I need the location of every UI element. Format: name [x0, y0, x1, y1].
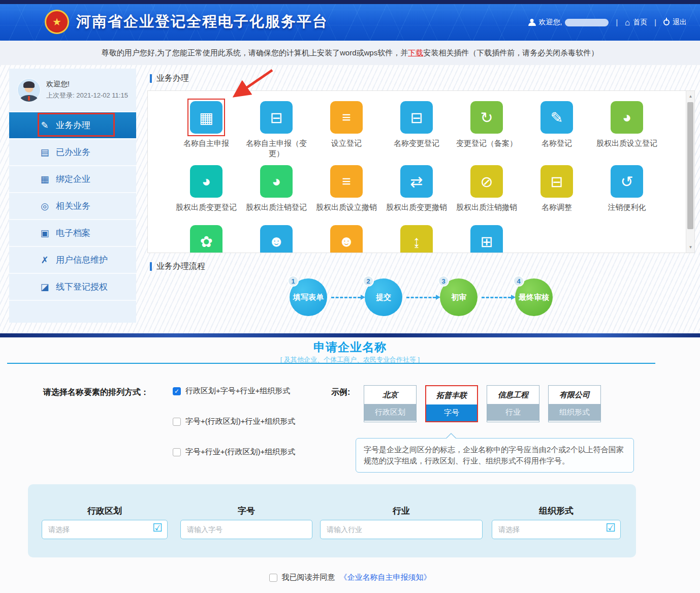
avatar — [17, 78, 41, 102]
home-icon[interactable]: ⌂ — [625, 18, 630, 27]
flow-arrow-icon — [482, 297, 511, 298]
field-header-industry: 行业 — [351, 505, 452, 517]
section-bar — [150, 74, 152, 83]
checkbox-unchecked[interactable] — [173, 448, 181, 456]
ban-icon[interactable]: ⊘ — [470, 165, 503, 198]
scroll-up-icon[interactable]: ▲ — [686, 92, 695, 101]
tile-equity-pledge-cancellation[interactable]: ◕ 股权出质注销登记 — [241, 165, 311, 212]
welcome-text: 欢迎您, — [539, 18, 562, 27]
tile-equity-pledge-establishment[interactable]: ◕ 股权出质设立登记 — [592, 101, 662, 159]
header-user-area: 欢迎您, | ⌂ 首页 | 退出 — [528, 4, 687, 41]
tile-equity-pledge-change-revoke[interactable]: ⇄ 股权出质变更撤销 — [381, 165, 452, 212]
sidebar-item-label: 已办业务 — [56, 146, 90, 158]
compress-arrows-icon[interactable]: ↨ — [400, 225, 433, 253]
region-select-input[interactable] — [42, 520, 168, 539]
tile-clipped-doc-add[interactable]: ⊞ — [452, 225, 522, 253]
separator: | — [654, 18, 656, 26]
tile-name-change-registration[interactable]: ⊟ 名称变更登记 — [381, 101, 452, 159]
industry-input[interactable] — [320, 520, 483, 539]
checkbox-unchecked[interactable] — [173, 418, 181, 426]
home-link[interactable]: 首页 — [633, 18, 647, 27]
scrollbar-thumb[interactable] — [687, 102, 693, 229]
flower-icon[interactable]: ✿ — [190, 225, 222, 253]
step-number: 2 — [363, 275, 374, 287]
example-tile-industry: 信息工程 行业 — [487, 385, 539, 422]
recycle-loop-icon[interactable]: ↺ — [611, 165, 643, 198]
option-tradename-industry-region-orgform[interactable]: 字号+行业+(行政区划)+组织形式 — [173, 447, 295, 457]
region-picker-icon[interactable]: ☑ — [152, 522, 163, 534]
sidebar-item-related-business[interactable]: ◎ 相关业务 — [9, 193, 136, 220]
notice-text-suffix: 安装相关插件（下载插件前，请务必关闭杀毒软件） — [423, 48, 598, 58]
tile-cancellation-facilitation[interactable]: ↺ 注销便利化 — [592, 165, 662, 212]
clipboard-sliders-icon[interactable]: ⊟ — [540, 165, 573, 198]
tile-equity-pledge-cancellation-revoke[interactable]: ⊘ 股权出质注销撤销 — [452, 165, 522, 212]
section-header-process: 业务办理流程 — [150, 261, 205, 272]
tile-equity-pledge-change[interactable]: ◕ 股权出质变更登记 — [171, 165, 241, 212]
doc-search-icon: ◎ — [40, 201, 50, 212]
pie-chart-icon[interactable]: ◕ — [611, 101, 643, 134]
step-initial-review: 3 初审 — [440, 278, 478, 316]
option-tradename-region-industry-orgform[interactable]: 字号+(行政区划)+行业+组织形式 — [173, 417, 295, 426]
tile-name-adjustment[interactable]: ⊟ 名称调整 — [522, 165, 592, 212]
sidebar-item-offline-registration-authorization[interactable]: ◪ 线下登记授权 — [9, 274, 136, 301]
orgform-select-input[interactable] — [492, 520, 621, 539]
agreement-link[interactable]: 《企业名称自主申报须知》 — [340, 573, 431, 582]
download-link[interactable]: 下载 — [408, 48, 423, 58]
section-header-services: 业务办理 — [150, 73, 189, 84]
doc-plus-icon[interactable]: ⊞ — [470, 225, 503, 253]
option-label: 行政区划+字号+行业+组织形式 — [185, 386, 290, 396]
tile-change-registration-filing[interactable]: ↻ 变更登记（备案） — [452, 101, 522, 159]
example-tile-region: 北京 行政区划 — [364, 385, 417, 422]
step-label: 最终审核 — [519, 293, 549, 302]
tile-establishment-registration[interactable]: ≡ 设立登记 — [311, 101, 381, 159]
checkbox-checked[interactable] — [173, 387, 181, 395]
tile-name-self-declaration[interactable]: ▦ 名称自主申报 — [171, 101, 241, 159]
example-label: 示例: — [331, 387, 350, 398]
arrows-swap-icon[interactable]: ⇄ — [400, 165, 433, 198]
example-tiles: 北京 行政区划 拓普丰联 字号 信息工程 行业 有限公司 组织形式 — [364, 385, 601, 422]
tile-clipped-merge[interactable]: ↨ — [381, 225, 452, 253]
sidebar-item-label: 线下登记授权 — [56, 281, 108, 293]
logout-link[interactable]: 退出 — [673, 18, 687, 27]
option-label: 字号+行业+(行政区划)+组织形式 — [185, 447, 295, 457]
tile-clipped-person-blue[interactable]: ☻ — [241, 225, 311, 253]
sidebar-item-electronic-archives[interactable]: ▣ 电子档案 — [9, 220, 136, 247]
person-icon[interactable]: ☻ — [260, 225, 293, 253]
top-strip — [0, 0, 700, 4]
power-icon[interactable] — [663, 19, 670, 25]
agreement-checkbox[interactable] — [269, 574, 277, 582]
sidebar-item-bind-enterprise[interactable]: ▦ 绑定企业 — [9, 166, 136, 193]
sidebar-item-completed-business[interactable]: ▤ 已办业务 — [9, 139, 136, 166]
step-number: 4 — [513, 275, 524, 287]
tile-clipped-flower[interactable]: ✿ — [171, 225, 241, 253]
clipboard-minus-icon[interactable]: ⊟ — [260, 101, 293, 134]
field-header-orgform: 组织形式 — [505, 505, 607, 517]
option-region-tradename-industry-orgform[interactable]: 行政区划+字号+行业+组织形式 — [173, 386, 290, 396]
process-flow: 1 填写表单 2 提交 3 初审 4 最终审核 — [147, 278, 695, 316]
tradename-tooltip: 字号是企业之间区分的标志，企业名称中的字号应当由2个或2个以上符合国家规范的汉字… — [356, 438, 634, 473]
clipboard-pencil-icon[interactable]: ✎ — [540, 101, 573, 134]
sidebar-item-business-handling[interactable]: ✎ 业务办理 — [9, 112, 136, 139]
tile-equity-pledge-establishment-revoke[interactable]: ≡ 股权出质设立撤销 — [311, 165, 381, 212]
example-tile-orgform: 有限公司 组织形式 — [548, 385, 601, 422]
tradename-input[interactable] — [180, 520, 312, 539]
clipboard-lines-icon[interactable]: ≡ — [330, 101, 363, 134]
tile-name-self-declaration-change[interactable]: ⊟ 名称自主申报（变更） — [241, 101, 311, 159]
flow-arrow-icon — [331, 297, 361, 298]
tile-clipped-person-orange[interactable]: ☻ — [311, 225, 381, 253]
pie-chart-icon[interactable]: ◕ — [190, 165, 222, 198]
pie-chart-icon[interactable]: ◕ — [260, 165, 293, 198]
person-icon[interactable]: ☻ — [330, 225, 363, 253]
tile-name-registration[interactable]: ✎ 名称登记 — [522, 101, 592, 159]
grid-scrollbar[interactable]: ▲ ▼ — [686, 91, 694, 253]
list-undo-icon[interactable]: ≡ — [330, 165, 363, 198]
clipboard-refresh-icon[interactable]: ↻ — [470, 101, 503, 134]
sidebar-menu: ✎ 业务办理 ▤ 已办业务 ▦ 绑定企业 ◎ 相关业务 ▣ — [9, 112, 136, 301]
scroll-down-icon[interactable]: ▼ — [686, 243, 695, 252]
clipboard-minus-icon[interactable]: ⊟ — [400, 101, 433, 134]
orgform-picker-icon[interactable]: ☑ — [606, 522, 616, 534]
agreement-text: 我已阅读并同意 — [282, 573, 335, 582]
step-number: 1 — [288, 275, 299, 287]
building-icon[interactable]: ▦ — [190, 101, 222, 134]
sidebar-item-user-info-maintenance[interactable]: ✗ 用户信息维护 — [9, 247, 136, 274]
